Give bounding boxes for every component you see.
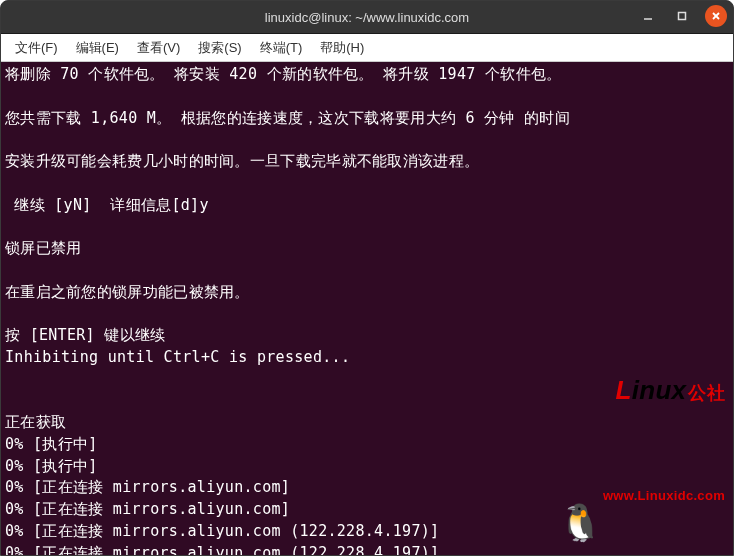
terminal-line: 0% [执行中]: [5, 456, 729, 478]
terminal-line: 安装升级可能会耗费几小时的时间。一旦下载完毕就不能取消该进程。: [5, 151, 729, 173]
terminal-line: 正在获取: [5, 412, 729, 434]
terminal-line: 将删除 70 个软件包。 将安装 420 个新的软件包。 将升级 1947 个软…: [5, 64, 729, 86]
terminal-line: 继续 [yN] 详细信息[d]y: [5, 195, 729, 217]
menu-edit[interactable]: 编辑(E): [68, 36, 127, 60]
terminal-line: 0% [执行中]: [5, 434, 729, 456]
terminal-line: [5, 86, 729, 108]
titlebar: linuxidc@linux: ~/www.linuxidc.com: [1, 1, 733, 34]
terminal-line: [5, 260, 729, 282]
terminal-window: linuxidc@linux: ~/www.linuxidc.com 文件(F)…: [0, 0, 734, 556]
terminal-line: [5, 216, 729, 238]
terminal-output[interactable]: 将删除 70 个软件包。 将安装 420 个新的软件包。 将升级 1947 个软…: [1, 62, 733, 555]
terminal-line: [5, 369, 729, 391]
close-button[interactable]: [705, 5, 727, 27]
terminal-line: 按 [ENTER] 键以继续: [5, 325, 729, 347]
window-controls: [637, 5, 727, 27]
menu-terminal[interactable]: 终端(T): [252, 36, 311, 60]
menu-help[interactable]: 帮助(H): [312, 36, 372, 60]
terminal-line: Inhibiting until Ctrl+C is pressed...: [5, 347, 729, 369]
terminal-line: 0% [正在连接 mirrors.aliyun.com (122.228.4.1…: [5, 521, 729, 543]
minimize-button[interactable]: [637, 5, 659, 27]
terminal-line: [5, 303, 729, 325]
terminal-line: 0% [正在连接 mirrors.aliyun.com (122.228.4.1…: [5, 543, 729, 556]
svg-rect-1: [679, 13, 686, 20]
terminal-line: 0% [正在连接 mirrors.aliyun.com]: [5, 477, 729, 499]
terminal-line: 锁屏已禁用: [5, 238, 729, 260]
menu-view[interactable]: 查看(V): [129, 36, 188, 60]
terminal-line: [5, 173, 729, 195]
terminal-line: 您共需下载 1,640 M。 根据您的连接速度，这次下载将要用大约 6 分钟 的…: [5, 108, 729, 130]
maximize-button[interactable]: [671, 5, 693, 27]
menubar: 文件(F) 编辑(E) 查看(V) 搜索(S) 终端(T) 帮助(H): [1, 34, 733, 62]
terminal-line: [5, 390, 729, 412]
menu-search[interactable]: 搜索(S): [190, 36, 249, 60]
terminal-line: 0% [正在连接 mirrors.aliyun.com]: [5, 499, 729, 521]
menu-file[interactable]: 文件(F): [7, 36, 66, 60]
terminal-line: 在重启之前您的锁屏功能已被禁用。: [5, 282, 729, 304]
window-title: linuxidc@linux: ~/www.linuxidc.com: [265, 10, 469, 25]
terminal-line: [5, 129, 729, 151]
